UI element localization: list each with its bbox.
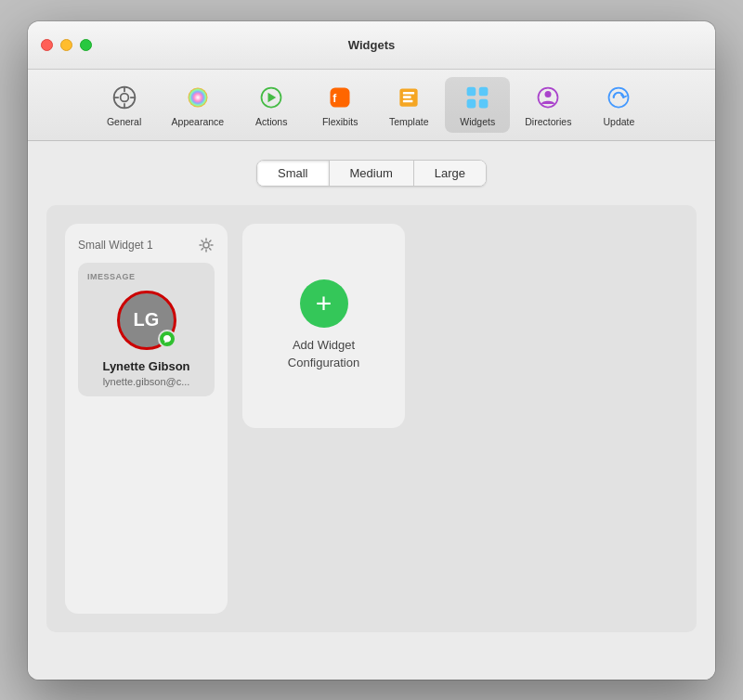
traffic-lights bbox=[41, 39, 92, 51]
svg-rect-15 bbox=[479, 86, 489, 96]
avatar-initials: LG bbox=[134, 309, 160, 331]
appearance-label: Appearance bbox=[172, 116, 225, 127]
avatar-container: LG bbox=[117, 291, 176, 350]
svg-point-1 bbox=[120, 93, 128, 101]
add-icon: + bbox=[300, 279, 348, 328]
svg-point-21 bbox=[203, 242, 209, 248]
close-button[interactable] bbox=[41, 39, 53, 51]
widget-inner: IMESSAGE LG Lynette Gibson lynette.gibso… bbox=[78, 263, 215, 396]
tab-large[interactable]: Large bbox=[414, 161, 486, 186]
svg-point-6 bbox=[188, 87, 207, 107]
toolbar-item-flexibits[interactable]: f Flexibits bbox=[307, 77, 372, 133]
add-widget-card[interactable]: + Add Widget Configuration bbox=[242, 224, 405, 428]
svg-rect-12 bbox=[403, 96, 411, 98]
toolbar-item-template[interactable]: Template bbox=[376, 77, 441, 133]
svg-point-19 bbox=[545, 91, 552, 97]
app-label: IMESSAGE bbox=[87, 272, 136, 281]
toolbar-item-actions[interactable]: Actions bbox=[239, 77, 304, 133]
widget-card-1: Small Widget 1 IMESSAGE LG bbox=[65, 224, 228, 614]
svg-rect-16 bbox=[467, 98, 476, 108]
widget-header: Small Widget 1 bbox=[78, 237, 215, 253]
template-icon bbox=[394, 83, 424, 112]
size-tab-group: Small Medium Large bbox=[256, 160, 487, 187]
toolbar-item-appearance[interactable]: Appearance bbox=[161, 77, 236, 133]
general-label: General bbox=[107, 116, 141, 127]
general-icon bbox=[110, 83, 139, 112]
main-content: Small Medium Large Small Widget 1 bbox=[28, 141, 715, 680]
flexibits-label: Flexibits bbox=[322, 116, 358, 127]
contact-email: lynette.gibson@c... bbox=[103, 376, 190, 387]
size-tabs: Small Medium Large bbox=[46, 160, 697, 187]
widgets-icon bbox=[463, 83, 492, 112]
template-label: Template bbox=[389, 116, 429, 127]
svg-rect-11 bbox=[403, 91, 414, 94]
actions-icon bbox=[256, 83, 286, 112]
toolbar: General Appe bbox=[28, 70, 715, 141]
main-window: Widgets General bbox=[28, 21, 715, 680]
widgets-area: Small Widget 1 IMESSAGE LG bbox=[46, 205, 697, 632]
maximize-button[interactable] bbox=[80, 39, 92, 51]
toolbar-item-directories[interactable]: Directories bbox=[514, 77, 582, 133]
minimize-button[interactable] bbox=[60, 39, 72, 51]
svg-rect-13 bbox=[403, 99, 413, 102]
update-label: Update bbox=[603, 116, 634, 127]
widgets-label: Widgets bbox=[460, 116, 495, 127]
titlebar: Widgets bbox=[28, 21, 715, 70]
directories-icon bbox=[533, 83, 563, 112]
toolbar-item-general[interactable]: General bbox=[92, 77, 157, 133]
actions-label: Actions bbox=[255, 116, 287, 127]
directories-label: Directories bbox=[525, 116, 571, 127]
contact-name: Lynette Gibson bbox=[102, 359, 189, 373]
window-title: Widgets bbox=[348, 38, 395, 52]
add-widget-label: Add Widget Configuration bbox=[288, 337, 359, 370]
toolbar-item-widgets[interactable]: Widgets bbox=[445, 77, 510, 133]
tab-small[interactable]: Small bbox=[257, 161, 330, 186]
update-icon bbox=[604, 83, 633, 112]
appearance-icon bbox=[183, 83, 213, 112]
tab-medium[interactable]: Medium bbox=[330, 161, 414, 186]
svg-rect-14 bbox=[467, 86, 476, 96]
widget-title: Small Widget 1 bbox=[78, 239, 153, 252]
toolbar-item-update[interactable]: Update bbox=[586, 77, 651, 133]
svg-point-20 bbox=[609, 87, 629, 107]
flexibits-icon: f bbox=[325, 83, 355, 112]
svg-rect-17 bbox=[479, 98, 489, 108]
avatar-badge bbox=[158, 330, 176, 348]
widget-gear-icon[interactable] bbox=[198, 237, 215, 253]
